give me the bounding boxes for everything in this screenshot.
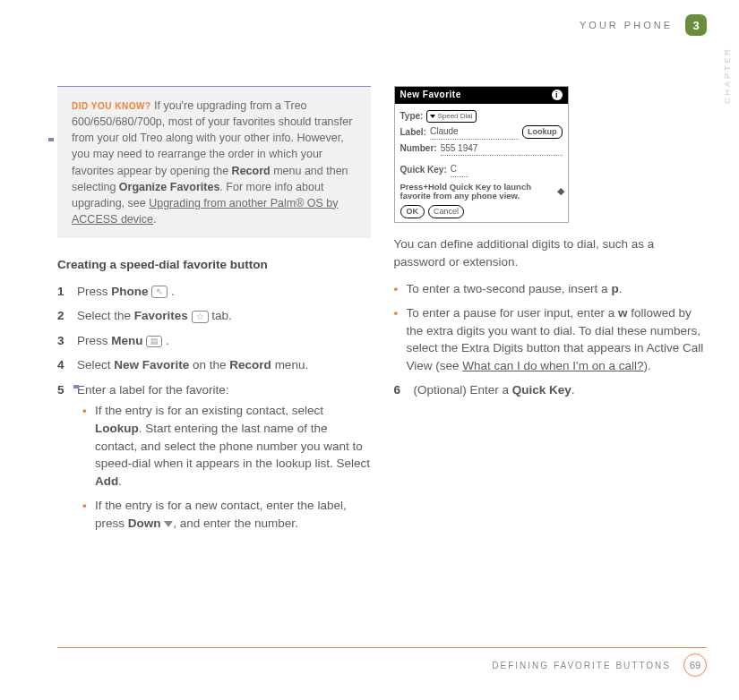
step-bold: Favorites — [134, 309, 188, 322]
sub-bold: Lookup — [95, 422, 139, 435]
page-number: 69 — [683, 653, 707, 677]
menu-icon: ▤ — [146, 336, 162, 347]
label-label: Label: — [400, 126, 426, 140]
body-text: . — [619, 282, 623, 295]
ok-button[interactable]: OK — [400, 205, 425, 218]
number-label: Number: — [400, 142, 437, 156]
bullet-icon: • — [394, 280, 407, 298]
step-text: Select — [77, 358, 114, 371]
step-number: 4 — [57, 356, 77, 374]
scroll-indicator-icon[interactable]: ◆ — [557, 184, 564, 199]
body-text: ). — [643, 359, 650, 372]
step-number: 2 — [57, 307, 77, 325]
step-text: . — [162, 334, 169, 347]
body-bold: w — [618, 306, 628, 320]
did-you-know-box: DID YOU KNOW? If you're upgrading from a… — [57, 86, 371, 238]
step-bold: Menu — [111, 334, 142, 347]
step-bold: Quick Key — [512, 383, 571, 397]
star-icon: ☆ — [192, 311, 209, 323]
step-bold: New Favorite — [114, 358, 189, 371]
step-text: tab. — [209, 309, 232, 322]
steps-list-continued: 6 (Optional) Enter a Quick Key. — [394, 381, 708, 399]
margin-marker — [48, 138, 54, 141]
bullet-icon: • — [82, 402, 95, 490]
sub-text: , and enter the number. — [173, 516, 298, 530]
screenshot-new-favorite: New Favoritei Type: Speed Dial Label:Cla… — [394, 86, 569, 223]
step-text: Press — [77, 285, 111, 298]
sub-text: If the entry is for an existing contact,… — [95, 404, 323, 417]
dyk-bold: Record — [232, 165, 271, 177]
type-label: Type: — [400, 110, 424, 124]
type-select[interactable]: Speed Dial — [426, 110, 476, 123]
body-text: To enter a two-second pause, insert a — [407, 282, 612, 295]
body-text: To enter a pause for user input, enter a — [407, 306, 618, 320]
quickkey-hint: Press+Hold Quick Key to launch favorite … — [400, 183, 563, 202]
dialog-title: New Favorite — [400, 89, 461, 102]
type-value: Speed Dial — [437, 111, 472, 122]
lookup-button[interactable]: Lookup — [522, 125, 563, 139]
footer-rule — [57, 647, 707, 648]
quickkey-label: Quick Key: — [400, 164, 447, 177]
dyk-text: . — [153, 213, 156, 226]
footer-section: DEFINING FAVORITE BUTTONS — [492, 661, 671, 670]
body-paragraph: You can define additional digits to dial… — [394, 235, 708, 270]
step-number: 1 — [57, 283, 77, 301]
step-text: Enter a label for the favorite: — [77, 383, 229, 397]
body-bold: p — [611, 282, 618, 295]
chapter-number-badge: 3 — [685, 14, 707, 36]
sub-bold: Add — [95, 474, 118, 488]
label-field[interactable]: Claude — [430, 125, 519, 140]
step-text: menu. — [271, 358, 308, 371]
bullet-icon: • — [82, 497, 95, 532]
phone-icon: ↖ — [151, 286, 168, 298]
sub-bold: Down — [128, 516, 161, 530]
dyk-bold: Organize Favorites — [119, 181, 220, 193]
step-text: . — [168, 285, 175, 298]
step-text: (Optional) Enter a — [414, 383, 512, 397]
step-number: 6 — [394, 381, 414, 399]
bullet-icon: • — [394, 304, 407, 374]
step-bold: Phone — [111, 285, 148, 298]
step-text: . — [571, 383, 575, 397]
margin-marker — [73, 385, 79, 388]
header-section: YOUR PHONE — [580, 20, 673, 30]
number-field[interactable]: 555 1947 — [441, 142, 563, 157]
chapter-side-label: CHAPTER — [723, 47, 732, 104]
quickkey-field[interactable]: C — [451, 163, 468, 177]
sub-text: . — [118, 474, 122, 488]
info-icon[interactable]: i — [552, 90, 563, 100]
chevron-down-icon — [430, 115, 435, 118]
step-number: 5 — [57, 381, 77, 540]
step-text: Press — [77, 334, 111, 347]
cancel-button[interactable]: Cancel — [428, 205, 464, 218]
step-text: Select the — [77, 309, 134, 322]
down-arrow-icon — [164, 521, 173, 527]
steps-list: 1 Press Phone ↖ . 2 Select the Favorites… — [57, 283, 371, 540]
body-link[interactable]: What can I do when I'm on a call? — [462, 359, 643, 372]
step-bold: Record — [229, 358, 271, 371]
step-text: on the — [189, 358, 229, 371]
section-heading: Creating a speed-dial favorite button — [57, 256, 371, 274]
did-you-know-label: DID YOU KNOW? — [72, 101, 151, 111]
step-number: 3 — [57, 332, 77, 350]
